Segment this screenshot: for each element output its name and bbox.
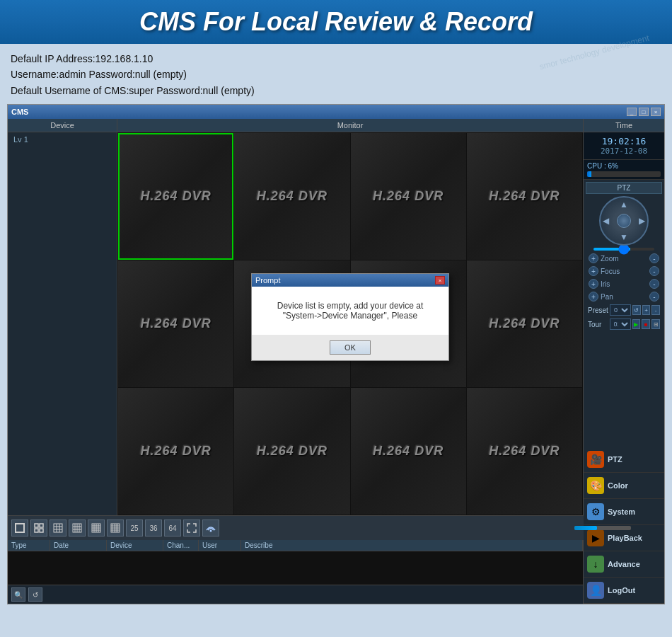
cms-window: CMS _ □ × Device Lv 1 Monitor H.264 DVR … [7,104,665,604]
svg-rect-1 [35,524,38,527]
preset-delete-button[interactable]: - [651,305,660,315]
title-bar: CMS _ □ × [8,105,664,119]
ptz-iris-row: + Iris - [586,277,662,290]
log-refresh-button[interactable]: ↺ [28,587,42,602]
svg-rect-9 [54,524,62,532]
preset-refresh-button[interactable]: ↺ [632,305,641,315]
monitor-area: Monitor H.264 DVR H.264 DVR H.264 DVR H.… [117,119,583,515]
dialog-ok-button[interactable]: OK [330,340,371,355]
menu-label-logout: LogOut [608,586,635,595]
ptz-pan-row: + Pan - [586,290,662,303]
info-line3: Default Username of CMS:super Password:n… [11,83,661,98]
prompt-dialog: Prompt × Device list is empty, add your … [251,273,449,361]
ptz-focus-row: + Focus - [586,265,662,277]
zoom-plus-button[interactable]: - [649,253,659,263]
playback-menu-icon: ▶ [587,529,604,546]
device-item[interactable]: Lv 1 [8,132,117,147]
layout-3x3-button[interactable] [50,520,66,536]
window-controls: _ □ × [627,108,661,116]
menu-label-advance: Advance [608,560,640,568]
ptz-left-arrow[interactable]: ◀ [603,216,609,226]
dialog-overlay: Prompt × Device list is empty, add your … [117,119,583,515]
tour-play-button[interactable]: ▶ [632,319,641,329]
sidebar-left: Device Lv 1 [8,119,117,515]
log-col-chan: Chan... [163,540,199,551]
preset-add-button[interactable]: + [642,305,651,315]
svg-rect-2 [40,524,43,527]
menu-item-ptz[interactable]: 🎥 PTZ [584,447,664,473]
cpu-bar [587,171,661,177]
advance-menu-icon: ↓ [587,556,604,573]
info-line2: Username:admin Password:null (empty) [11,67,661,82]
ptz-speed-slider[interactable] [593,248,654,251]
device-header: Device [8,119,117,132]
log-area: Type Date Device Chan... User Describe 🔍… [8,540,583,604]
log-col-date: Date [50,540,107,551]
fullscreen-button[interactable] [183,520,200,536]
minimize-button[interactable]: _ [627,108,637,116]
log-col-user: User [199,540,241,551]
preset-select[interactable]: 01 [610,304,631,316]
tour-stop-button[interactable]: ■ [642,319,650,329]
cpu-fill [587,171,591,177]
ptz-joystick[interactable]: ▲ ▼ ◀ ▶ [599,196,649,246]
dialog-title-text: Prompt [255,276,280,285]
ptz-up-arrow[interactable]: ▲ [620,200,628,210]
svg-point-31 [210,530,212,532]
ptz-right-arrow[interactable]: ▶ [639,216,645,226]
time-display: 19:02:16 2017-12-08 [584,132,664,160]
ptz-down-arrow[interactable]: ▼ [620,232,628,242]
dialog-title-bar: Prompt × [252,274,448,287]
menu-item-advance[interactable]: ↓ Advance [584,551,664,578]
preset-row: Preset 01 ↺ + - [586,303,662,317]
pan-plus-button[interactable]: - [649,292,659,302]
dialog-message: Device list is empty, add your device at… [277,301,424,321]
svg-rect-0 [16,524,24,532]
ptz-center [617,214,631,228]
layout-4x3-button[interactable] [69,520,86,536]
system-menu-icon: ⚙ [587,503,604,520]
ptz-section-title: PTZ [586,182,662,194]
focus-minus-button[interactable]: + [589,266,598,276]
tour-select[interactable]: 01 [610,318,631,330]
iris-plus-button[interactable]: - [649,279,659,289]
cms-main-area: Device Lv 1 Monitor H.264 DVR H.264 DVR … [8,119,664,515]
toolbar: 25 36 64 ▲ ▼ [8,515,664,540]
maximize-button[interactable]: □ [639,108,649,116]
network-button[interactable] [202,520,219,536]
layout-4x4-button[interactable] [88,520,105,536]
focus-plus-button[interactable]: - [649,266,659,276]
svg-rect-4 [40,529,43,532]
iris-minus-button[interactable]: + [589,279,598,289]
dialog-body: Device list is empty, add your device at… [252,287,448,335]
layout-1x1-button[interactable] [11,520,28,536]
log-col-describe: Describe [241,540,583,551]
log-header: Type Date Device Chan... User Describe [8,540,583,551]
layout-5x4-button[interactable] [107,520,124,536]
btn-25[interactable]: 25 [126,520,143,536]
right-menu: 🎥 PTZ 🎨 Color ⚙ System ▶ PlayBack ↓ Adva… [583,540,664,604]
zoom-minus-button[interactable]: + [589,253,598,263]
log-controls: 🔍 ↺ [8,585,583,604]
ptz-section: PTZ ▲ ▼ ◀ ▶ + Zoom - + Focus - [584,180,664,333]
btn-64[interactable]: 64 [164,520,181,536]
preset-label: Preset [588,306,608,314]
menu-item-color[interactable]: 🎨 Color [584,473,664,499]
color-menu-icon: 🎨 [587,477,604,494]
log-col-device: Device [107,540,163,551]
layout-2x2-button[interactable] [30,520,47,536]
logout-menu-icon: 👤 [587,582,604,599]
menu-label-ptz: PTZ [608,455,622,464]
close-button[interactable]: × [651,108,661,116]
dialog-close-button[interactable]: × [435,276,445,285]
pan-minus-button[interactable]: + [589,292,598,302]
tour-grid-button[interactable]: ⊞ [651,319,660,329]
info-section: Default IP Address:192.168.1.10 Username… [0,44,672,104]
btn-36[interactable]: 36 [145,520,162,536]
menu-item-system[interactable]: ⚙ System [584,499,664,525]
header-banner: CMS For Local Review & Record [0,0,672,44]
log-search-button[interactable]: 🔍 [11,587,25,602]
menu-item-logout[interactable]: 👤 LogOut [584,578,664,604]
log-col-type: Type [8,540,50,551]
menu-label-system: System [608,507,635,516]
